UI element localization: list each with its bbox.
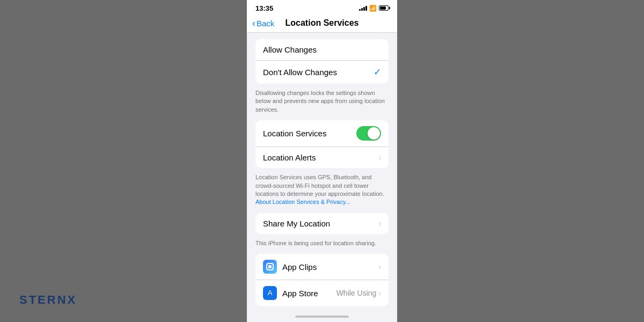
location-services-item[interactable]: Location Services [255, 120, 389, 147]
changes-group: Allow Changes Don't Allow Changes ✓ [255, 39, 389, 84]
share-location-chevron-icon: › [378, 219, 381, 228]
home-bar [295, 316, 349, 318]
location-note: Location Services uses GPS, Bluetooth, a… [247, 171, 397, 213]
apps-group: App Clips › A App Store While Using › [255, 254, 389, 306]
allow-changes-label: Allow Changes [263, 45, 381, 54]
checkmark-icon: ✓ [374, 67, 381, 78]
back-button[interactable]: ‹ Back [252, 18, 274, 29]
allow-changes-item[interactable]: Allow Changes [255, 39, 389, 61]
location-alerts-item[interactable]: Location Alerts › [255, 147, 389, 168]
phone-frame: 13:35 📶 ‹ Back Location Services Allow [247, 0, 397, 322]
app-store-label: App Store [282, 289, 336, 298]
back-chevron-icon: ‹ [252, 18, 255, 29]
location-alerts-chevron-icon: › [378, 153, 381, 162]
nav-title: Location Services [286, 18, 359, 28]
dont-allow-changes-item[interactable]: Don't Allow Changes ✓ [255, 61, 389, 84]
back-label: Back [257, 19, 274, 28]
location-services-label: Location Services [263, 129, 356, 138]
app-store-item[interactable]: A App Store While Using › [255, 280, 389, 306]
status-time: 13:35 [255, 4, 273, 12]
content: Allow Changes Don't Allow Changes ✓ Disa… [247, 33, 397, 311]
changes-note: Disallowing changes locks the settings s… [247, 87, 397, 120]
battery-fill [380, 6, 386, 10]
sternx-logo: STERNX [19, 293, 77, 307]
share-my-location-item[interactable]: Share My Location › [255, 213, 389, 234]
app-clips-svg [266, 262, 274, 271]
location-alerts-label: Location Alerts [263, 153, 378, 162]
home-indicator [247, 311, 397, 322]
app-clips-item[interactable]: App Clips › [255, 254, 389, 280]
share-location-note: This iPhone is being used for location s… [247, 237, 397, 254]
signal-icon [359, 5, 367, 11]
toggle-knob [368, 127, 380, 140]
app-clips-label: App Clips [282, 262, 378, 272]
app-clips-chevron-icon: › [378, 262, 381, 271]
share-location-group: Share My Location › [255, 213, 389, 234]
share-my-location-label: Share My Location [263, 219, 378, 228]
app-clips-icon [263, 260, 277, 274]
wifi-icon: 📶 [369, 5, 377, 12]
app-store-svg: A [266, 289, 274, 297]
app-store-chevron-icon: › [378, 289, 381, 297]
location-privacy-link[interactable]: About Location Services & Privacy... [255, 199, 350, 205]
location-note-text: Location Services uses GPS, Bluetooth, a… [255, 174, 384, 197]
status-icons: 📶 [359, 5, 389, 12]
location-group: Location Services Location Alerts › [255, 120, 389, 168]
location-services-toggle[interactable] [356, 126, 381, 141]
nav-bar: ‹ Back Location Services [247, 15, 397, 33]
svg-rect-1 [268, 265, 272, 268]
battery-icon [379, 5, 389, 11]
app-store-value: While Using [336, 289, 377, 297]
app-store-icon: A [263, 286, 277, 300]
dont-allow-changes-label: Don't Allow Changes [263, 68, 374, 77]
status-bar: 13:35 📶 [247, 0, 397, 15]
svg-text:A: A [268, 289, 273, 297]
